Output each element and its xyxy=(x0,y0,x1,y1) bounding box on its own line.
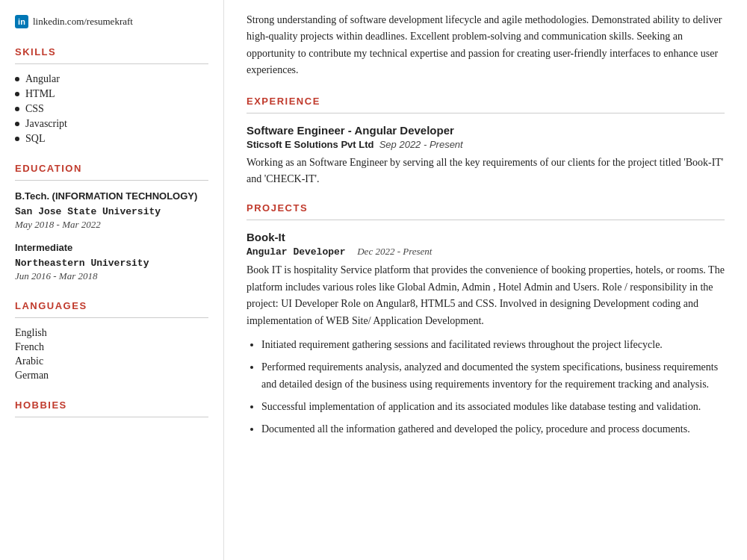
company-line: Sticsoft E Solutions Pvt Ltd Sep 2022 - … xyxy=(247,139,725,150)
sidebar: in linkedin.com/resumekraft SKILLS Angul… xyxy=(0,0,224,560)
skill-name: CSS xyxy=(25,103,44,115)
job-title: Software Engineer - Angular Developer xyxy=(247,124,725,137)
bullet-icon xyxy=(15,107,19,111)
linkedin-url: linkedin.com/resumekraft xyxy=(33,16,133,28)
experience-divider xyxy=(247,113,725,113)
language-arabic: Arabic xyxy=(15,355,208,367)
edu-university-2: Northeastern University xyxy=(15,258,208,269)
hobbies-divider xyxy=(15,417,208,417)
skill-name: SQL xyxy=(25,133,45,145)
skill-name: HTML xyxy=(25,88,55,100)
skills-list: Angular HTML CSS Javascript SQL xyxy=(15,73,208,145)
experience-section-title: EXPERIENCE xyxy=(247,96,725,107)
language-french: French xyxy=(15,341,208,353)
job-dates: Sep 2022 - Present xyxy=(379,139,463,150)
skill-item: CSS xyxy=(15,103,208,115)
linkedin-icon: in xyxy=(15,15,28,28)
education-section: B.Tech. (INFORMATION TECHNOLOGY) San Jos… xyxy=(15,190,208,282)
skill-item: SQL xyxy=(15,133,208,145)
edu-degree-2: Intermediate xyxy=(15,241,208,255)
summary-text: Strong understanding of software develop… xyxy=(247,12,725,79)
languages-section-title: LANGUAGES xyxy=(15,300,208,311)
skill-item: Angular xyxy=(15,73,208,85)
edu-dates-1: May 2018 - Mar 2022 xyxy=(15,219,208,231)
project-item: Book-It Angular Developer Dec 2022 - Pre… xyxy=(247,231,725,438)
language-english: English xyxy=(15,327,208,339)
project-bullet-1: Initiated requirement gathering sessions… xyxy=(261,337,725,353)
education-divider xyxy=(15,180,208,181)
job-description: Working as an Software Engineer by servi… xyxy=(247,155,725,188)
company-name: Sticsoft E Solutions Pvt Ltd xyxy=(247,139,374,150)
edu-university-1: San Jose State University xyxy=(15,206,208,217)
project-bullet-3: Successful implementation of application… xyxy=(261,399,725,415)
project-role-line: Angular Developer Dec 2022 - Present xyxy=(247,246,725,258)
hobbies-section-title: HOBBIES xyxy=(15,399,208,411)
bullet-icon xyxy=(15,92,19,96)
project-role: Angular Developer xyxy=(247,246,346,258)
bullet-icon xyxy=(15,122,19,126)
bullet-icon xyxy=(15,137,19,141)
language-german: German xyxy=(15,370,208,382)
project-bullet-2: Performed requirements analysis, analyze… xyxy=(261,359,725,393)
experience-item: Software Engineer - Angular Developer St… xyxy=(247,124,725,188)
project-dates: Dec 2022 - Present xyxy=(357,246,432,257)
edu-degree-1: B.Tech. (INFORMATION TECHNOLOGY) xyxy=(15,190,208,203)
skills-divider xyxy=(15,63,208,64)
languages-section: English French Arabic German xyxy=(15,327,208,382)
projects-section-title: PROJECTS xyxy=(247,202,725,214)
project-bullet-4: Documented all the information gathered … xyxy=(261,421,725,438)
skill-name: Angular xyxy=(25,73,60,85)
education-section-title: EDUCATION xyxy=(15,163,208,174)
skill-item: HTML xyxy=(15,88,208,100)
bullet-icon xyxy=(15,77,19,81)
main-content: Strong understanding of software develop… xyxy=(224,0,747,560)
project-bullets: Initiated requirement gathering sessions… xyxy=(247,337,725,438)
skill-item: Javascript xyxy=(15,118,208,130)
project-description: Book IT is hospitality Service platform … xyxy=(247,262,725,329)
project-name: Book-It xyxy=(247,231,725,243)
skills-section-title: SKILLS xyxy=(15,46,208,57)
linkedin-link[interactable]: in linkedin.com/resumekraft xyxy=(15,15,208,28)
edu-dates-2: Jun 2016 - Mar 2018 xyxy=(15,270,208,282)
languages-divider xyxy=(15,317,208,318)
projects-divider xyxy=(247,220,725,220)
skill-name: Javascript xyxy=(25,118,67,130)
